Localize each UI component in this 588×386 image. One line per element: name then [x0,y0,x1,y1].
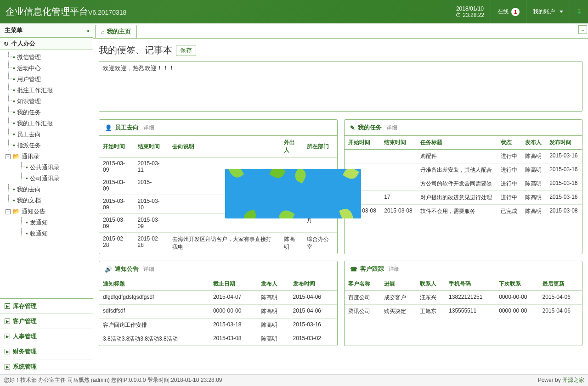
col-header: 发布人 [257,277,289,291]
floating-banner[interactable] [225,169,361,218]
file-icon: ▪ [13,53,15,62]
table-row[interactable]: dfgdfgdfgdsfgsdfgsdf2015-04-07陈高明2015-04… [99,291,337,305]
file-icon: ▪ [13,119,15,128]
sidebar-bottom-item[interactable]: ▶系统管理 [0,359,93,374]
panel-customers: ☎ 客户跟踪 详细 客户名称进展联系人手机号码下次联系最后更新百度公司成交客户汪… [344,261,583,346]
table-row[interactable]: 3.8活动3.8活动3.8活动3.8活动2015-03-08陈高明2015-03… [99,332,337,346]
tree-item[interactable]: ▪ 批注工作汇报 [0,85,93,96]
col-header: 手机号码 [445,277,495,291]
col-header: 结束时间 [380,136,417,150]
col-header: 外出人 [280,136,304,157]
home-icon: ⌂ [101,28,105,35]
person-icon: 👤 [105,124,112,131]
notes-textarea[interactable] [99,61,582,112]
collapse-sidebar-icon[interactable]: « [86,27,88,34]
tree-item[interactable]: ▪ 指派任务 [0,140,93,151]
table-row[interactable]: 1517对户提出的改进意见进行处理进行中陈高明2015-03-16 [345,191,582,205]
tree-item[interactable]: ▪ 发通知 [0,217,93,228]
tree-item[interactable]: ▪ 微信管理 [0,52,93,63]
file-icon: ▪ [13,196,15,205]
expand-icon[interactable]: - [6,209,11,214]
file-icon: ▪ [13,130,15,139]
detail-link[interactable]: 详细 [143,265,154,273]
version-text: V6.20170318 [88,9,126,16]
account-label: 我的账户 [533,8,555,16]
folder-icon: 📂 [12,207,20,216]
col-header: 所在部门 [303,136,337,157]
online-count-badge: 1 [511,8,520,16]
col-header: 客户名称 [345,277,380,291]
app-title: 企业信息化管理平台V6.20170318 [0,6,449,18]
datetime-box: 2018/01/10 ⏱ 23:28:22 [449,0,491,23]
tree-item[interactable]: ▪ 知识管理 [0,96,93,107]
table-row[interactable]: 方公司的软件开发合同需要签进行中陈高明2015-03-16 [345,177,582,191]
notes-title: 我的便签、记事本 [99,44,172,56]
tree-toggle-button[interactable]: 🎄 [570,0,588,23]
sidebar-tree: ▪ 微信管理▪ 活动中心▪ 用户管理▪ 批注工作汇报▪ 知识管理▪ 我的任务▪ … [0,50,93,298]
footer-right: Power by 开源之家 [538,376,584,384]
tab-home[interactable]: ⌂ 我的主页 [95,25,137,38]
file-icon: ▪ [26,163,28,172]
table-row[interactable]: 百度公司成交客户汪东兴138221212510000-00-002015-04-… [345,291,582,305]
sidebar-bottom-item[interactable]: ▶库存管理 [0,299,93,313]
tree-item[interactable]: ▪ 活动中心 [0,63,93,74]
sidebar: 主菜单 « ↻ 个人办公 ▪ 微信管理▪ 活动中心▪ 用户管理▪ 批注工作汇报▪… [0,23,93,374]
notes-header: 我的便签、记事本 保存 [99,44,582,56]
tree-folder[interactable]: - 📂 通讯录 [0,151,93,162]
expand-icon[interactable]: - [6,154,11,159]
footer-link[interactable]: 开源之家 [562,377,584,383]
col-header: 结束时间 [134,136,169,157]
tree-item[interactable]: ▪ 收通知 [0,228,93,239]
tree-item[interactable]: ▪ 我的任务 [0,107,93,118]
table-row[interactable]: 客户回访工作安排2015-03-18陈高明2015-03-16 [99,319,337,332]
file-icon: ▪ [13,185,15,194]
panel-head-customers: ☎ 客户跟踪 详细 [345,261,582,277]
col-header: 开始时间 [345,136,381,150]
save-button[interactable]: 保存 [176,45,196,56]
table-row[interactable]: sdfsdfsdf0000-00-00陈高明2015-04-06 [99,305,337,319]
tree-item[interactable]: ▪ 公司通讯录 [0,173,93,184]
date-text: 2018/01/10 [456,6,484,12]
file-icon: ▪ [26,218,28,227]
file-icon: ▪ [13,86,15,95]
sidebar-bottom-nav: ▶库存管理▶客户管理▶人事管理▶财务管理▶系统管理 [0,298,93,374]
sidebar-bottom-item[interactable]: ▶人事管理 [0,329,93,344]
table-row[interactable]: 2015-03-082015-03-08软件不会用，需要服务已完成陈高明2015… [345,205,582,218]
online-box[interactable]: 在线 1 [491,0,526,23]
table-row[interactable]: 腾讯公司购买决定王旭东1355555110000-00-002015-04-06 [345,305,582,319]
file-icon: ▪ [13,64,15,73]
file-icon: ▪ [13,141,15,150]
detail-link[interactable]: 详细 [386,124,397,132]
tree-item[interactable]: ▪ 我的文档 [0,195,93,206]
col-header: 联系人 [416,277,445,291]
tab-bar: ⌂ 我的主页 ⌄ [93,23,588,39]
file-icon: ▪ [26,174,28,183]
tree-item[interactable]: ▪ 我的工作汇报 [0,118,93,129]
table-row[interactable]: 购配件进行中陈高明2015-03-16 [345,150,582,163]
tree-item[interactable]: ▪ 员工去向 [0,129,93,140]
tree-item[interactable]: ▪ 公共通讯录 [0,162,93,173]
play-icon: ▶ [5,303,10,309]
footer-left: 您好！技术部 办公室主任 司马飘然 (admin) 您的IP:0.0.0.0 登… [4,376,222,384]
sidebar-section-personal[interactable]: ↻ 个人办公 [0,38,93,50]
sidebar-bottom-item[interactable]: ▶财务管理 [0,344,93,359]
table-row[interactable]: 丹准备出差安装，其他人配合进行中陈高明2015-03-16 [345,163,582,177]
edit-icon: ✎ [350,124,355,131]
tab-dropdown-icon[interactable]: ⌄ [578,25,587,34]
play-icon: ▶ [5,319,10,324]
tree-item[interactable]: ▪ 用户管理 [0,74,93,85]
sidebar-bottom-item[interactable]: ▶客户管理 [0,313,93,329]
tree-folder[interactable]: - 📂 通知公告 [0,206,93,217]
file-icon: ▪ [13,97,15,106]
panel-head-direction: 👤 员工去向 详细 [99,120,337,136]
table-row[interactable]: 2015-02-282015-02-28去海州开发区拜访客户，大家有事直接打我电… [99,233,337,254]
detail-link[interactable]: 详细 [143,124,154,132]
header: 企业信息化管理平台V6.20170318 2018/01/10 ⏱ 23:28:… [0,0,588,23]
col-header: 开始时间 [99,136,134,157]
sidebar-title: 主菜单 « [0,23,93,38]
account-menu[interactable]: 我的账户 [526,0,570,23]
tree-item[interactable]: ▪ 我的去向 [0,184,93,195]
col-header: 最后更新 [539,277,582,291]
footer: 您好！技术部 办公室主任 司马飘然 (admin) 您的IP:0.0.0.0 登… [0,374,588,386]
detail-link[interactable]: 详细 [389,265,400,273]
